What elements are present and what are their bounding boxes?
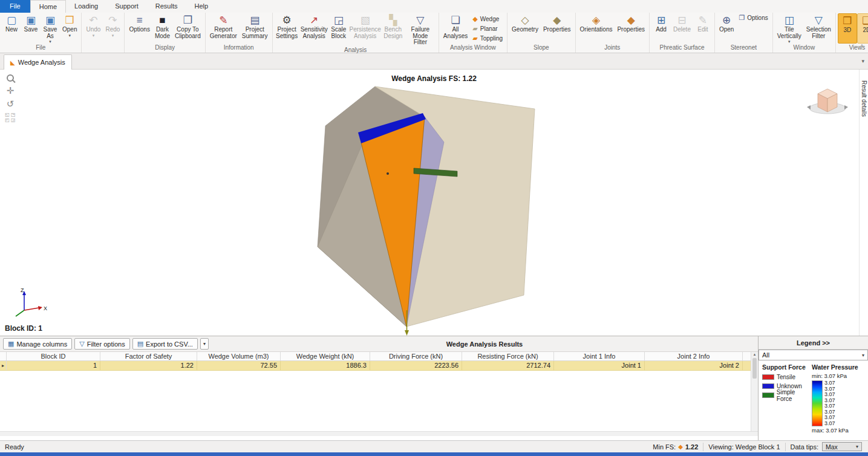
legend-item-tensile: Tensile <box>762 373 812 382</box>
column-header[interactable]: Joint 1 Info <box>554 352 645 360</box>
open-button[interactable]: ⊕Open <box>717 13 736 44</box>
main-3d-viewport[interactable]: Z X Wedge Analysis FS: 1.22 ✛ ↺ ◱ ◳◰ ◲ B… <box>0 70 868 336</box>
column-header[interactable]: Wedge Weight (kN) <box>281 352 370 360</box>
axis-triad: Z X <box>16 287 47 316</box>
scene-3d[interactable]: Z X <box>0 70 868 336</box>
min-fs-label: Min FS: <box>653 443 676 451</box>
2d-button[interactable]: ❏2D <box>857 13 868 44</box>
results-table: Block IDFactor of SafetyWedge Volume (m3… <box>0 352 758 436</box>
redo-icon: ↷ <box>108 15 117 27</box>
group-label: File <box>2 44 79 53</box>
options-button[interactable]: ≡Options <box>126 13 152 44</box>
save-as-button[interactable]: ▣Save As▾ <box>41 13 60 44</box>
save-button[interactable]: ▣Save <box>21 13 41 44</box>
planar-button[interactable]: ▰Planar <box>470 24 505 33</box>
column-header[interactable]: Wedge Volume (m3) <box>197 352 281 360</box>
add-button[interactable]: ⊞Add <box>651 13 671 44</box>
project-settings-button[interactable]: ⚙Project Settings <box>275 13 299 46</box>
summary-icon: ▤ <box>250 15 259 27</box>
new-button[interactable]: ▢New <box>2 13 21 44</box>
chevron-down-icon: ▾ <box>856 444 858 449</box>
table-vertical-scrollbar[interactable]: ▴ <box>751 352 758 431</box>
redo-button: ↷Redo▾ <box>103 13 122 44</box>
cubearrow-icon: ◆ <box>553 15 561 27</box>
table-row[interactable]: ▸11.2272.551886.32223.562712.74Joint 1Jo… <box>0 361 758 371</box>
pencil-icon: ✎ <box>699 15 707 27</box>
export-csv-button[interactable]: ▤ Export to CSV... <box>132 338 198 350</box>
orientations-button[interactable]: ◈Orientations <box>578 13 615 44</box>
manage-columns-button[interactable]: ▦ Manage columns <box>3 338 72 350</box>
tab-loading[interactable]: Loading <box>66 0 106 13</box>
properties-button[interactable]: ◆Properties <box>541 13 573 44</box>
result-details-tab[interactable]: Result details <box>859 70 868 336</box>
geometry-button[interactable]: ◇Geometry <box>509 13 541 44</box>
scale-block-button[interactable]: ◲Scale Block <box>329 13 348 46</box>
open-button[interactable]: ❒Open▾ <box>60 13 79 44</box>
3d-button[interactable]: ❒3D <box>838 13 857 44</box>
dark-mode-button[interactable]: ■Dark Mode <box>152 13 172 44</box>
group-label: Analysis Window <box>441 44 505 53</box>
copy-to-clipboard-button[interactable]: ❐Copy To Clipboard <box>172 13 203 44</box>
view-window-icons[interactable]: ◱ ◳◰ ◲ <box>5 112 15 123</box>
cell: 1.22 <box>100 361 197 370</box>
rotate-icon[interactable]: ↺ <box>7 99 15 108</box>
winopt-icon: ❐ <box>739 14 745 22</box>
data-tips-label: Data tips: <box>791 443 818 451</box>
orientation-cube[interactable] <box>807 89 848 114</box>
properties-button[interactable]: ◆Properties <box>615 13 647 44</box>
project-summary-button[interactable]: ▤Project Summary <box>240 13 270 44</box>
floppy-icon: ▣ <box>45 15 55 27</box>
table-horizontal-scrollbar[interactable] <box>0 431 758 436</box>
options-button[interactable]: ❐Options <box>736 13 770 22</box>
tab-results[interactable]: Results <box>147 0 186 13</box>
undo-icon: ↶ <box>89 15 97 27</box>
darkmode-icon: ■ <box>159 15 165 27</box>
view3d-icon: ❒ <box>843 15 852 27</box>
group-label: Joints <box>578 44 648 53</box>
report-generator-button[interactable]: ✎Report Generator <box>207 13 240 44</box>
cell: 1 <box>7 361 100 370</box>
wedge-icon: ◆ <box>472 15 477 23</box>
failure-mode-filter-button[interactable]: ▽Failure Mode Filter <box>404 13 437 46</box>
tab-file[interactable]: File <box>0 0 30 13</box>
cell: 2712.74 <box>462 361 554 370</box>
selection-filter-button[interactable]: ▽Selection Filter <box>804 13 834 44</box>
ribbon-collapse-button[interactable]: ^ <box>861 44 863 50</box>
chevron-down-icon: ▾ <box>862 353 864 358</box>
column-header[interactable]: Block ID <box>7 352 100 360</box>
water-pressure-max: max: 3.07 kPa <box>812 427 866 434</box>
tab-list-chevron-icon[interactable]: ▾ <box>861 58 864 64</box>
column-header[interactable]: Driving Force (kN) <box>370 352 462 360</box>
tile-vertically-button[interactable]: ◫Tile Vertically▾ <box>775 13 804 44</box>
group-label: Display <box>126 44 203 53</box>
column-header[interactable]: Joint 2 Info <box>645 352 743 360</box>
tab-help[interactable]: Help <box>186 0 217 13</box>
document-tab-bar: ◣ Wedge Analysis ▾ <box>0 53 868 70</box>
bench-design-button: ▚Bench Design <box>382 13 404 46</box>
column-header[interactable]: Resisting Force (kN) <box>462 352 554 360</box>
all-analyses-button[interactable]: ❏All Analyses <box>441 13 471 44</box>
tab-wedge-analysis[interactable]: ◣ Wedge Analysis <box>4 54 72 70</box>
legend-filter-dropdown[interactable]: All ▾ <box>759 350 868 360</box>
edit-button: ✎Edit <box>693 13 713 44</box>
tab-support[interactable]: Support <box>106 0 147 13</box>
data-tips-dropdown[interactable]: Max ▾ <box>822 442 862 451</box>
support-force-items: TensileUnknownSimple Force <box>762 373 812 400</box>
wedge-button[interactable]: ◆Wedge <box>470 15 505 24</box>
filter-options-button[interactable]: ▽ Filter options <box>74 338 129 350</box>
toppling-button[interactable]: ▰Toppling <box>470 34 505 43</box>
results-title: Wedge Analysis Results <box>211 340 758 348</box>
allwin-icon: ❏ <box>451 15 460 27</box>
group-label: Window <box>775 44 834 53</box>
column-header[interactable]: Factor of Safety <box>100 352 197 360</box>
tab-home[interactable]: Home <box>30 0 66 13</box>
persistence-analysis-button: ▧Persistence Analysis <box>348 13 382 46</box>
sensitivity-analysis-button[interactable]: ↗Sensitivity Analysis <box>299 13 329 46</box>
wedge-marker-dot <box>387 172 389 175</box>
scrollbar-thumb[interactable] <box>752 358 757 379</box>
pan-icon[interactable]: ✛ <box>7 86 15 95</box>
block-id-label: Block ID: 1 <box>5 324 42 333</box>
export-csv-dropdown[interactable]: ▾ <box>200 338 209 350</box>
zoom-icon[interactable] <box>7 74 14 82</box>
legend-header[interactable]: Legend >> <box>759 336 868 350</box>
